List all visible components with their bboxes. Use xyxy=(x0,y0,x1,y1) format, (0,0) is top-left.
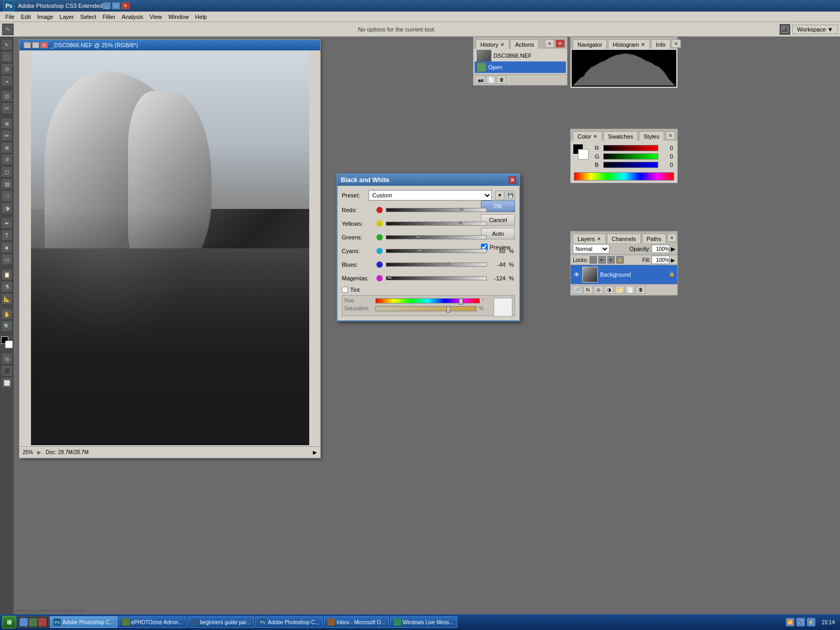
quick-mask-tool[interactable]: ◎ xyxy=(1,353,13,364)
lock-pixels-btn[interactable]: ✏ xyxy=(598,256,606,264)
tab-paths[interactable]: Paths xyxy=(642,234,666,243)
ie-icon[interactable] xyxy=(19,618,28,626)
magentas-slider-track[interactable] xyxy=(386,276,487,280)
saturation-slider-bar[interactable] xyxy=(375,306,477,311)
history-panel-menu[interactable]: ≡ xyxy=(545,39,554,48)
taskbar-inbox[interactable]: Inbox - Microsoft O... xyxy=(324,616,389,628)
move-tool[interactable]: ↖ xyxy=(1,39,13,50)
color-tab-close[interactable]: ✕ xyxy=(593,134,597,139)
menu-help[interactable]: Help xyxy=(192,13,211,21)
color-boxes[interactable] xyxy=(1,337,13,348)
brush-tool[interactable]: ✏ xyxy=(1,130,13,141)
eyedropper-tool[interactable]: ⚗ xyxy=(1,281,13,292)
r-slider[interactable] xyxy=(603,145,658,151)
tab-navigator[interactable]: Navigator xyxy=(573,39,607,49)
fill-input[interactable] xyxy=(652,256,670,264)
hand-tool[interactable]: ✋ xyxy=(1,308,13,320)
preset-select[interactable]: Custom Default High Contrast Blue Filter… xyxy=(369,190,492,201)
bw-dialog-close[interactable]: ✕ xyxy=(509,176,516,184)
tab-channels[interactable]: Channels xyxy=(607,234,640,243)
history-item-open[interactable]: Open xyxy=(475,61,566,73)
menu-window[interactable]: Window xyxy=(165,13,192,21)
preset-save-btn[interactable]: 💾 xyxy=(506,191,515,200)
histogram-tab-close[interactable]: ✕ xyxy=(641,42,645,47)
taskbar-ephotozine[interactable]: ePHOTOzine Admin... xyxy=(119,616,186,628)
tab-histogram[interactable]: Histogram ✕ xyxy=(608,39,650,49)
g-slider[interactable] xyxy=(603,153,658,160)
lock-all-btn[interactable]: 🔒 xyxy=(616,256,624,264)
maximize-button[interactable]: □ xyxy=(112,2,120,9)
yellows-slider-track[interactable] xyxy=(386,222,487,226)
layers-tab-close[interactable]: ✕ xyxy=(597,236,601,242)
tab-info[interactable]: Info xyxy=(651,39,670,49)
slice-tool[interactable]: ✂ xyxy=(1,102,13,114)
cyans-slider-thumb[interactable] xyxy=(417,248,422,251)
menu-view[interactable]: View xyxy=(146,13,165,21)
notes-tool[interactable]: 📋 xyxy=(1,269,13,280)
new-group-btn[interactable]: 📁 xyxy=(615,286,624,294)
fill-chevron[interactable]: ▶ xyxy=(671,257,675,263)
magic-wand-tool[interactable]: ⁎ xyxy=(1,75,13,87)
minimize-button[interactable]: _ xyxy=(102,2,111,9)
add-style-btn[interactable]: fx xyxy=(583,286,593,294)
healing-tool[interactable]: ⊕ xyxy=(1,118,13,129)
close-button[interactable]: ✕ xyxy=(121,2,130,9)
yellows-slider-thumb[interactable] xyxy=(458,220,463,224)
zoom-tool[interactable]: 🔍 xyxy=(1,320,13,332)
image-maximize-btn[interactable]: □ xyxy=(32,42,39,48)
menu-image[interactable]: Image xyxy=(34,13,57,21)
greens-slider-thumb[interactable] xyxy=(416,234,421,238)
workspace-button[interactable]: Workspace ▼ xyxy=(792,25,838,34)
taskbar-photoshop2[interactable]: Ps Adobe Photoshop C... xyxy=(255,616,323,628)
tab-swatches[interactable]: Swatches xyxy=(603,131,638,141)
blues-slider-thumb[interactable] xyxy=(446,261,451,265)
type-tool[interactable]: T xyxy=(1,229,13,241)
marquee-tool[interactable]: ⬚ xyxy=(1,51,13,62)
layers-panel-menu[interactable]: ≡ xyxy=(667,234,677,242)
layer-background-row[interactable]: 👁 Background 🔒 xyxy=(571,265,677,284)
menu-filter[interactable]: Filter xyxy=(99,13,118,21)
taskbar-beginners[interactable]: beginners guide par... xyxy=(187,616,254,628)
gradient-tool[interactable]: ▤ xyxy=(1,178,13,190)
create-snapshot-btn[interactable]: 📷 xyxy=(476,76,485,84)
opacity-input[interactable] xyxy=(652,245,670,253)
crop-tool[interactable]: ⊡ xyxy=(1,90,13,102)
tint-checkbox[interactable] xyxy=(342,287,348,293)
lock-transparent-btn[interactable]: ⬚ xyxy=(590,256,597,264)
tab-layers[interactable]: Layers ✕ xyxy=(573,234,606,243)
delete-layer-btn[interactable]: 🗑 xyxy=(636,286,645,294)
saturation-slider-thumb[interactable] xyxy=(446,306,450,312)
bg-swatch[interactable] xyxy=(578,149,589,160)
pen-tool[interactable]: ✒ xyxy=(1,217,13,229)
taskbar-messenger[interactable]: Windows Live Mess... xyxy=(390,616,457,628)
history-tab-close[interactable]: ✕ xyxy=(500,42,505,47)
nav-panel-menu[interactable]: ≡ xyxy=(671,39,681,48)
shape-tool[interactable]: ▭ xyxy=(1,254,13,265)
blend-mode-select[interactable]: Normal Multiply Screen xyxy=(573,244,610,254)
tab-history[interactable]: History ✕ xyxy=(476,39,509,49)
explorer-icon[interactable] xyxy=(29,618,37,626)
hue-slider-bar[interactable] xyxy=(375,298,480,303)
image-close-btn[interactable]: ✕ xyxy=(40,42,48,48)
color-spectrum-bar[interactable] xyxy=(574,172,674,181)
taskbar-photoshop[interactable]: Ps Adobe Photoshop C... xyxy=(50,616,118,628)
color-panel-menu[interactable]: ≡ xyxy=(666,131,675,140)
blur-tool[interactable]: ◌ xyxy=(1,190,13,202)
tab-actions[interactable]: Actions xyxy=(510,39,539,49)
background-color[interactable] xyxy=(5,341,13,348)
image-minimize-btn[interactable]: _ xyxy=(24,42,31,48)
new-layer-btn[interactable]: 📄 xyxy=(625,286,635,294)
history-brush-tool[interactable]: ↺ xyxy=(1,154,13,165)
clone-stamp-tool[interactable]: ⊗ xyxy=(1,142,13,153)
link-layers-btn[interactable]: 🔗 xyxy=(573,286,582,294)
reds-slider-track[interactable] xyxy=(386,208,487,212)
measure-tool[interactable]: 📐 xyxy=(1,293,13,304)
cyans-slider-track[interactable] xyxy=(386,249,487,253)
magentas-slider-thumb[interactable] xyxy=(387,275,392,279)
new-adjustment-btn[interactable]: ◑ xyxy=(604,286,614,294)
delete-state-btn[interactable]: 🗑 xyxy=(497,76,506,84)
tab-color[interactable]: Color ✕ xyxy=(573,131,602,141)
lock-position-btn[interactable]: ✛ xyxy=(607,256,615,264)
change-screen-mode[interactable]: ⬜ xyxy=(1,377,13,388)
blues-slider-track[interactable] xyxy=(386,262,487,267)
